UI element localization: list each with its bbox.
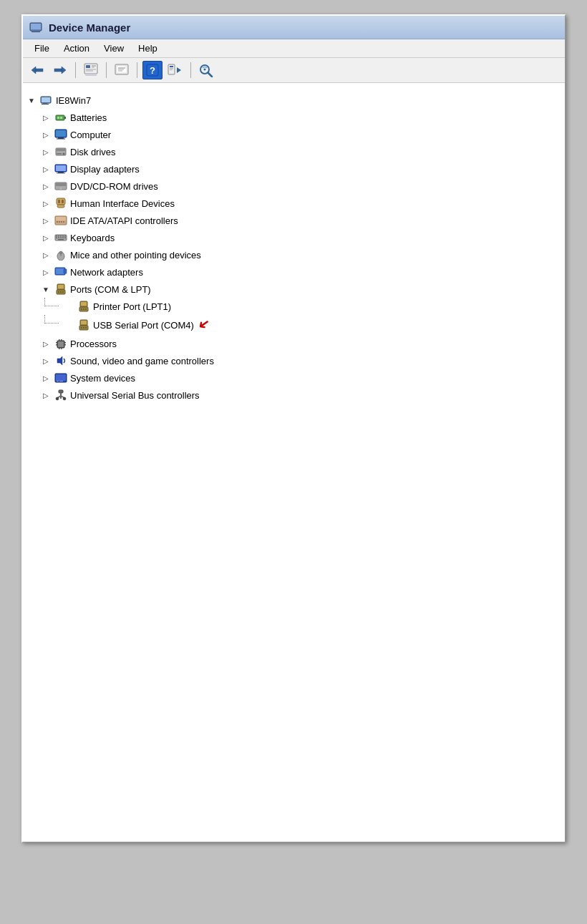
svg-rect-66 xyxy=(58,235,59,237)
svg-point-120 xyxy=(63,397,66,400)
svg-rect-74 xyxy=(62,238,64,239)
network-expand[interactable]: ▷ xyxy=(40,266,52,278)
menu-help[interactable]: Help xyxy=(132,41,163,56)
svg-rect-71 xyxy=(58,238,59,239)
system-devices-expand[interactable]: ▷ xyxy=(40,372,52,384)
back-button[interactable] xyxy=(27,61,47,79)
ide-label: IDE ATA/ATAPI controllers xyxy=(70,215,178,226)
ide-item[interactable]: ▷ IDE ATA/ATAPI controllers xyxy=(23,212,565,229)
computer-expand[interactable]: ▷ xyxy=(40,129,52,140)
usb-controllers-item[interactable]: ▷ Universal Serial Bus controllers xyxy=(23,386,565,404)
sound-expand[interactable]: ▷ xyxy=(40,355,52,366)
mice-item[interactable]: ▷ Mice and other pointing devices xyxy=(23,246,565,263)
disk-expand[interactable]: ▷ xyxy=(40,146,52,157)
svg-rect-70 xyxy=(56,238,57,239)
sound-item[interactable]: ▷ Sound, video and game controllers xyxy=(23,352,565,369)
printer-port-item[interactable]: ▷ Printer Port (LPT1) xyxy=(23,298,565,315)
svg-marker-110 xyxy=(57,356,62,365)
svg-rect-105 xyxy=(64,344,66,346)
svg-rect-62 xyxy=(61,221,62,223)
root-icon xyxy=(40,94,53,107)
red-arrow-annotation: ➜ xyxy=(195,314,215,335)
keyboards-icon xyxy=(54,231,67,244)
dvd-item[interactable]: ▷ DVD/CD-ROM drives xyxy=(23,177,565,195)
computer-label: Computer xyxy=(70,130,111,140)
menu-file[interactable]: File xyxy=(29,41,55,56)
batteries-label: Batteries xyxy=(70,112,107,123)
svg-line-28 xyxy=(208,73,213,77)
svg-rect-69 xyxy=(64,235,66,237)
svg-rect-73 xyxy=(60,238,62,239)
svg-rect-57 xyxy=(57,205,64,208)
svg-point-119 xyxy=(56,397,59,400)
svg-rect-75 xyxy=(64,238,66,239)
processors-icon xyxy=(54,337,67,350)
tree-root[interactable]: ▼ IE8Win7 xyxy=(23,92,565,109)
svg-point-99 xyxy=(85,327,87,329)
ports-item[interactable]: ▼ Ports (COM & LPT) xyxy=(23,281,565,298)
batteries-expand[interactable]: ▷ xyxy=(40,112,52,123)
system-devices-item[interactable]: ▷ System devices xyxy=(23,369,565,386)
svg-rect-112 xyxy=(56,374,66,381)
svg-rect-68 xyxy=(62,235,64,237)
hid-item[interactable]: ▷ Human Interface Devices xyxy=(23,195,565,212)
hid-expand[interactable]: ▷ xyxy=(40,198,52,209)
svg-rect-61 xyxy=(59,221,60,223)
display-adapters-item[interactable]: ▷ Display adapters xyxy=(23,160,565,177)
svg-rect-55 xyxy=(58,200,60,203)
processors-expand[interactable]: ▷ xyxy=(40,338,52,349)
sep-4 xyxy=(190,62,191,78)
usb-serial-port-icon xyxy=(77,318,90,331)
svg-rect-60 xyxy=(57,221,58,223)
ide-expand[interactable]: ▷ xyxy=(40,215,52,226)
network-icon xyxy=(54,266,67,278)
svg-point-97 xyxy=(81,327,82,329)
scan-button[interactable] xyxy=(196,61,216,79)
disk-drives-item[interactable]: ▷ Disk drives xyxy=(23,143,565,160)
display-icon xyxy=(54,162,67,175)
help-button[interactable]: ? xyxy=(142,61,162,79)
computer-item[interactable]: ▷ Computer xyxy=(23,126,565,143)
svg-rect-72 xyxy=(58,239,64,240)
svg-text:?: ? xyxy=(150,65,155,76)
svg-rect-9 xyxy=(86,65,90,68)
svg-rect-107 xyxy=(61,339,62,341)
properties-button[interactable] xyxy=(81,61,101,79)
keyboards-item[interactable]: ▷ xyxy=(23,229,565,246)
root-label: IE8Win7 xyxy=(56,95,91,106)
hid-icon xyxy=(54,197,67,210)
expand-button[interactable] xyxy=(165,61,185,79)
usb-serial-port-item[interactable]: ▷ USB Serial Port (COM4) ➜ xyxy=(23,315,565,335)
forward-button[interactable] xyxy=(50,61,70,79)
svg-point-91 xyxy=(81,308,82,310)
sound-icon xyxy=(54,354,67,367)
tree-content: ▼ IE8Win7 ▷ xyxy=(23,83,565,842)
svg-rect-43 xyxy=(57,149,65,151)
display-label: Display adapters xyxy=(70,164,140,175)
mice-icon xyxy=(54,248,67,261)
svg-point-78 xyxy=(59,251,62,254)
ide-icon xyxy=(54,214,67,227)
dvd-expand[interactable]: ▷ xyxy=(40,180,52,192)
system-devices-icon xyxy=(54,371,67,384)
sound-label: Sound, video and game controllers xyxy=(70,356,214,366)
dvd-icon xyxy=(54,180,67,193)
svg-rect-59 xyxy=(56,217,66,220)
batteries-item[interactable]: ▷ Batteries xyxy=(23,109,565,126)
disk-icon xyxy=(54,145,67,158)
mice-expand[interactable]: ▷ xyxy=(40,249,52,261)
svg-point-85 xyxy=(58,291,59,293)
disk-label: Disk drives xyxy=(70,147,116,157)
network-item[interactable]: ▷ Network adapters xyxy=(23,263,565,281)
update-driver-button[interactable] xyxy=(112,61,132,79)
svg-rect-67 xyxy=(60,235,62,237)
system-devices-label: System devices xyxy=(70,373,135,384)
ports-expand[interactable]: ▼ xyxy=(40,283,52,295)
keyboards-expand[interactable]: ▷ xyxy=(40,232,52,243)
menu-view[interactable]: View xyxy=(98,41,130,56)
menu-action[interactable]: Action xyxy=(58,41,95,56)
usb-controllers-expand[interactable]: ▷ xyxy=(40,389,52,401)
display-expand[interactable]: ▷ xyxy=(40,163,52,175)
root-expand[interactable]: ▼ xyxy=(26,94,37,106)
processors-item[interactable]: ▷ Processors xyxy=(23,335,565,352)
